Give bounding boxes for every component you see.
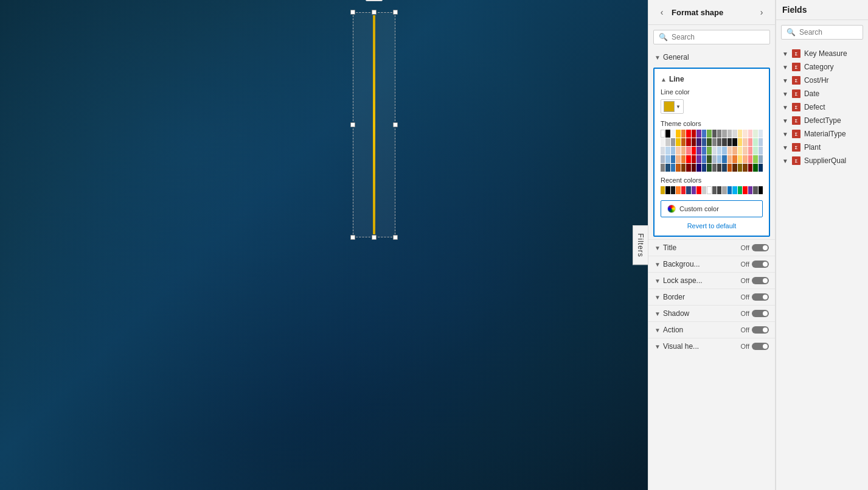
toggle-switch[interactable]	[752, 293, 769, 301]
handle-bottom-left[interactable]	[350, 235, 355, 240]
color-cell[interactable]	[722, 130, 726, 138]
color-cell[interactable]	[717, 147, 721, 155]
color-cell[interactable]	[707, 130, 711, 138]
revert-to-default-link[interactable]: Revert to default	[661, 222, 763, 229]
toggle-switch[interactable]	[752, 261, 769, 268]
color-cell[interactable]	[743, 164, 747, 172]
color-cell[interactable]	[717, 138, 721, 146]
handle-top-middle[interactable]	[372, 10, 377, 15]
color-cell[interactable]	[722, 138, 726, 146]
color-cell[interactable]	[753, 147, 757, 155]
color-cell[interactable]	[743, 147, 747, 155]
color-cell[interactable]	[738, 155, 742, 163]
recent-color-cell[interactable]	[676, 186, 680, 194]
color-cell[interactable]	[665, 130, 670, 138]
recent-color-cell[interactable]	[692, 186, 696, 194]
color-cell[interactable]	[702, 130, 706, 138]
toggle-switch[interactable]	[752, 326, 769, 334]
toggle-item[interactable]: ▼ Visual he... Off	[648, 338, 775, 354]
color-cell[interactable]	[732, 130, 737, 138]
fields-search-box[interactable]: 🔍	[781, 25, 863, 40]
color-cell[interactable]	[732, 155, 737, 163]
toggle-item[interactable]: ▼ Title Off	[648, 239, 775, 256]
color-cell[interactable]	[732, 138, 737, 146]
color-cell[interactable]	[743, 155, 747, 163]
recent-color-cell[interactable]	[759, 186, 763, 194]
toggle-item[interactable]: ▼ Border Off	[648, 289, 775, 305]
color-cell[interactable]	[671, 138, 675, 146]
color-cell[interactable]	[661, 155, 665, 163]
handle-middle-right[interactable]	[393, 122, 398, 127]
color-cell[interactable]	[727, 155, 732, 163]
color-cell[interactable]	[661, 130, 665, 138]
recent-color-cell[interactable]	[665, 186, 670, 194]
recent-color-cell[interactable]	[743, 186, 747, 194]
color-cell[interactable]	[681, 155, 686, 163]
recent-color-cell[interactable]	[681, 186, 686, 194]
color-cell[interactable]	[748, 138, 752, 146]
toggle-switch[interactable]	[752, 244, 769, 251]
color-cell[interactable]	[743, 138, 747, 146]
color-cell[interactable]	[671, 164, 675, 172]
list-item[interactable]: ▼ Σ Plant	[776, 141, 868, 154]
color-cell[interactable]	[686, 155, 690, 163]
color-cell[interactable]	[665, 164, 670, 172]
toggle-item[interactable]: ▼ Shadow Off	[648, 305, 775, 321]
color-cell[interactable]	[707, 147, 711, 155]
recent-color-cell[interactable]	[732, 186, 737, 194]
format-search-input[interactable]	[672, 33, 765, 41]
color-cell[interactable]	[671, 147, 675, 155]
color-cell[interactable]	[759, 130, 763, 138]
color-cell[interactable]	[661, 138, 665, 146]
color-cell[interactable]	[686, 147, 690, 155]
color-cell[interactable]	[743, 130, 747, 138]
color-cell[interactable]	[717, 164, 721, 172]
recent-color-cell[interactable]	[702, 186, 706, 194]
color-cell[interactable]	[717, 155, 721, 163]
color-cell[interactable]	[753, 130, 757, 138]
recent-color-cell[interactable]	[712, 186, 717, 194]
color-cell[interactable]	[717, 130, 721, 138]
color-cell[interactable]	[696, 138, 701, 146]
filters-tab[interactable]: Filters	[633, 225, 648, 265]
color-cell[interactable]	[727, 164, 732, 172]
color-cell[interactable]	[727, 130, 732, 138]
recent-color-cell[interactable]	[671, 186, 675, 194]
recent-color-cell[interactable]	[722, 186, 726, 194]
color-cell[interactable]	[753, 138, 757, 146]
color-cell[interactable]	[753, 155, 757, 163]
color-cell[interactable]	[722, 147, 726, 155]
handle-bottom-right[interactable]	[393, 235, 398, 240]
color-cell[interactable]	[665, 138, 670, 146]
color-cell[interactable]	[727, 138, 732, 146]
general-section-header[interactable]: ▼ General	[648, 49, 775, 65]
recent-color-cell[interactable]	[661, 186, 665, 194]
list-item[interactable]: ▼ Σ DefectType	[776, 114, 868, 127]
color-cell[interactable]	[759, 155, 763, 163]
color-cell[interactable]	[702, 164, 706, 172]
color-cell[interactable]	[696, 164, 701, 172]
color-cell[interactable]	[692, 164, 696, 172]
recent-color-cell[interactable]	[748, 186, 752, 194]
color-cell[interactable]	[686, 138, 690, 146]
color-cell[interactable]	[759, 138, 763, 146]
color-cell[interactable]	[707, 164, 711, 172]
color-cell[interactable]	[676, 164, 680, 172]
color-cell[interactable]	[702, 138, 706, 146]
recent-color-cell[interactable]	[738, 186, 742, 194]
handle-bottom-middle[interactable]	[372, 235, 377, 240]
toggle-item[interactable]: ▼ Lock aspe... Off	[648, 272, 775, 289]
color-cell[interactable]	[665, 147, 670, 155]
color-cell[interactable]	[681, 147, 686, 155]
color-cell[interactable]	[727, 147, 732, 155]
shape-container[interactable]	[353, 12, 395, 237]
toggle-switch[interactable]	[752, 277, 769, 284]
toggle-switch[interactable]	[752, 310, 769, 317]
color-cell[interactable]	[681, 138, 686, 146]
color-cell[interactable]	[748, 164, 752, 172]
handle-top-left[interactable]	[350, 10, 355, 15]
list-item[interactable]: ▼ Σ Category	[776, 60, 868, 74]
color-cell[interactable]	[692, 138, 696, 146]
color-cell[interactable]	[712, 164, 717, 172]
recent-color-cell[interactable]	[686, 186, 690, 194]
